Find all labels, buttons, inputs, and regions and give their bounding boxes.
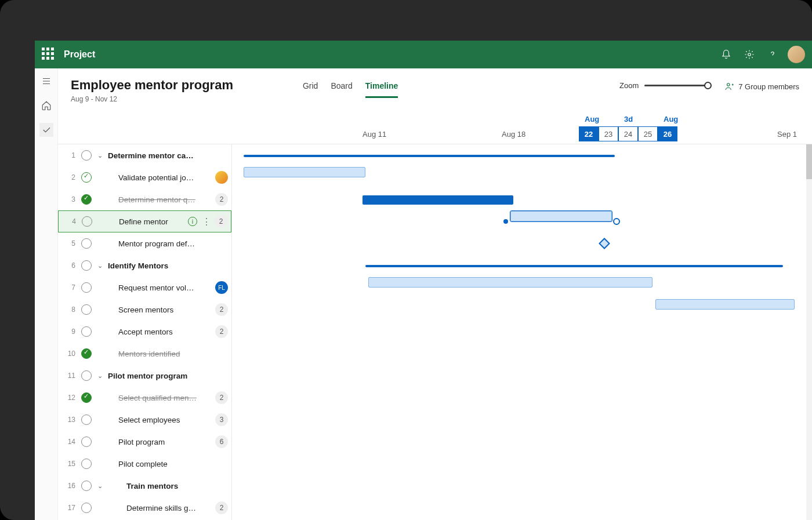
task-row[interactable]: 17Determine skills g…2 (58, 497, 231, 519)
task-status-icon[interactable] (81, 392, 92, 403)
attachment-badge[interactable]: 2 (215, 391, 228, 404)
check-icon[interactable] (39, 123, 53, 137)
task-status-icon[interactable] (81, 503, 92, 513)
task-status-icon[interactable] (81, 238, 92, 249)
day-box[interactable]: 24 (618, 126, 638, 141)
task-row[interactable]: 13Select employees3 (58, 409, 231, 431)
task-status-icon[interactable] (81, 348, 92, 359)
task-row[interactable]: 15Pilot complete (58, 453, 231, 475)
bar-start-handle[interactable] (503, 219, 508, 224)
user-avatar[interactable] (788, 46, 805, 63)
project-title: Employee mentor program (71, 78, 233, 93)
zoom-label: Zoom (619, 81, 639, 90)
body: 1⌄Determine mentor ca…2Validate potentia… (58, 144, 812, 520)
day-box[interactable]: 25 (638, 126, 658, 141)
task-status-icon[interactable] (81, 260, 92, 271)
task-number: 5 (64, 239, 75, 248)
vertical-scrollbar[interactable] (806, 144, 812, 520)
task-row[interactable]: 7Request mentor vol…FL (58, 277, 231, 299)
tab-board[interactable]: Board (331, 81, 352, 98)
attachment-badge[interactable]: 2 (215, 193, 228, 206)
attachment-badge[interactable]: 3 (215, 413, 228, 426)
assignee-avatar[interactable]: FL (215, 281, 228, 294)
attachment-badge[interactable]: 2 (215, 501, 228, 514)
task-status-icon[interactable] (81, 282, 92, 293)
zoom-slider[interactable] (644, 85, 708, 86)
milestone-icon[interactable] (599, 238, 610, 249)
tab-grid[interactable]: Grid (303, 81, 318, 98)
task-bar[interactable] (244, 167, 365, 177)
task-name: Select qualified men… (118, 394, 212, 402)
task-row[interactable]: 3Determine mentor q…2 (58, 188, 231, 210)
task-row[interactable]: 8Screen mentors2 (58, 299, 231, 321)
day-box[interactable]: 22 (579, 126, 599, 141)
task-bar[interactable] (368, 277, 652, 288)
expand-icon[interactable]: ⌄ (97, 152, 106, 159)
task-name: Validate potential jo… (118, 173, 212, 182)
app-bar: Project (35, 41, 812, 68)
task-row[interactable]: 4Define mentori⋮2 (58, 210, 231, 232)
settings-icon[interactable] (738, 49, 761, 60)
summary-bar[interactable] (365, 265, 783, 267)
task-row[interactable]: 5Mentor program def… (58, 232, 231, 254)
task-status-icon[interactable] (81, 437, 92, 447)
attachment-badge[interactable]: 2 (215, 303, 228, 316)
task-row[interactable]: 11⌄Pilot mentor program (58, 365, 231, 387)
attachment-badge[interactable]: 2 (215, 325, 228, 338)
task-status-icon[interactable] (81, 370, 92, 381)
task-name: Screen mentors (118, 306, 212, 314)
task-row[interactable]: 9Accept mentors2 (58, 321, 231, 343)
tab-timeline[interactable]: Timeline (365, 81, 398, 98)
task-number: 1 (64, 151, 75, 159)
zoom-thumb[interactable] (704, 82, 712, 89)
task-status-icon[interactable] (81, 304, 92, 315)
task-status-icon[interactable] (81, 194, 92, 205)
task-status-icon[interactable] (82, 216, 92, 227)
task-number: 15 (64, 460, 75, 468)
task-status-icon[interactable] (81, 150, 92, 161)
task-status-icon[interactable] (81, 172, 92, 183)
task-status-icon[interactable] (81, 326, 92, 337)
group-members-button[interactable]: 7 Group members (724, 78, 799, 92)
task-row[interactable]: 1⌄Determine mentor ca… (58, 144, 231, 166)
expand-icon[interactable]: ⌄ (97, 372, 106, 380)
app-launcher-icon[interactable] (42, 48, 56, 61)
scrollbar-thumb[interactable] (806, 144, 812, 179)
task-row[interactable]: 10Mentors identified (58, 343, 231, 365)
hamburger-icon[interactable] (39, 74, 53, 88)
task-status-icon[interactable] (81, 414, 92, 425)
more-icon[interactable]: ⋮ (202, 216, 211, 227)
summary-bar[interactable] (244, 155, 615, 157)
day-selector[interactable]: 22 23 24 25 26 (579, 126, 677, 141)
task-list[interactable]: 1⌄Determine mentor ca…2Validate potentia… (58, 144, 232, 520)
expand-icon[interactable]: ⌄ (97, 482, 106, 490)
info-icon[interactable]: i (188, 217, 197, 226)
task-row[interactable]: 14Pilot program6 (58, 431, 231, 453)
task-name: Train mentors (126, 482, 228, 490)
task-name: Determine skills g… (126, 504, 212, 512)
scale-mark: Aug 18 (502, 130, 525, 139)
task-row[interactable]: 2Validate potential jo… (58, 166, 231, 188)
day-box[interactable]: 23 (599, 126, 618, 141)
task-name: Pilot complete (118, 460, 228, 468)
task-bar[interactable] (510, 211, 612, 221)
assignee-avatar[interactable] (215, 171, 228, 184)
task-bar-progress[interactable] (362, 195, 513, 205)
gantt-chart[interactable] (232, 144, 812, 520)
task-status-icon[interactable] (81, 459, 92, 469)
task-name: Define mentor (119, 217, 184, 226)
home-icon[interactable] (39, 99, 53, 112)
task-row[interactable]: 6⌄Identify Mentors (58, 254, 231, 277)
expand-icon[interactable]: ⌄ (97, 262, 106, 270)
attachment-badge[interactable]: 2 (215, 215, 227, 228)
task-bar[interactable] (655, 299, 795, 310)
notifications-icon[interactable] (715, 49, 738, 60)
task-status-icon[interactable] (81, 481, 92, 491)
task-row[interactable]: 16⌄Train mentors (58, 475, 231, 497)
day-box[interactable]: 26 (658, 126, 677, 141)
task-number: 2 (64, 173, 75, 181)
bar-end-handle[interactable] (613, 218, 620, 225)
task-row[interactable]: 12Select qualified men…2 (58, 387, 231, 409)
attachment-badge[interactable]: 6 (215, 435, 228, 448)
help-icon[interactable] (761, 49, 784, 60)
